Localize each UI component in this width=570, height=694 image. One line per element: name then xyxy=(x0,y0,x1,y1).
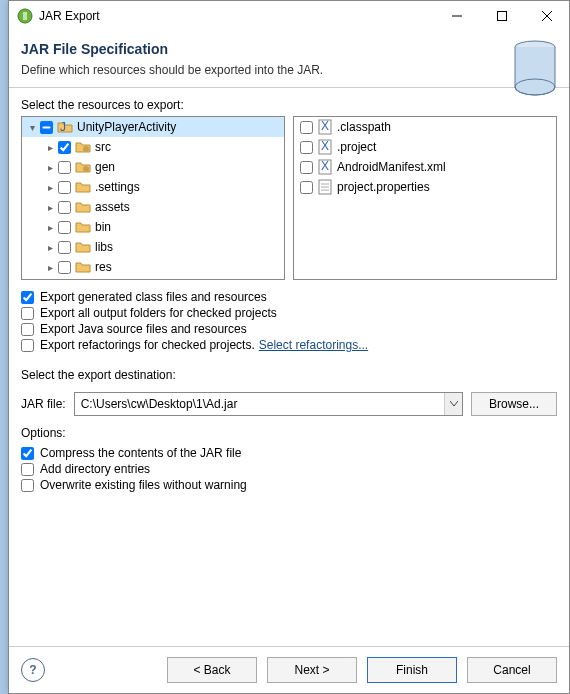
option-checkbox[interactable] xyxy=(21,447,34,460)
expand-arrow-icon[interactable]: ▸ xyxy=(44,202,56,213)
cancel-button[interactable]: Cancel xyxy=(467,657,557,683)
tree-item[interactable]: ▸gen xyxy=(22,157,284,177)
options-group: Compress the contents of the JAR fileAdd… xyxy=(21,444,557,494)
titlebar: JAR Export xyxy=(9,1,569,31)
expand-arrow-icon[interactable]: ▸ xyxy=(44,142,56,153)
tree-item-label: libs xyxy=(95,240,113,254)
export-option-label: Export refactorings for checked projects… xyxy=(40,338,255,352)
project-icon: J xyxy=(57,119,73,135)
footer: ? < Back Next > Finish Cancel xyxy=(9,646,569,693)
option-line: Add directory entries xyxy=(21,462,557,476)
list-checkbox[interactable] xyxy=(300,161,313,174)
xmlfile-icon: X xyxy=(317,119,333,135)
list-item-label: AndroidManifest.xml xyxy=(337,160,446,174)
list-item-label: .classpath xyxy=(337,120,391,134)
tree-checkbox[interactable] xyxy=(58,161,71,174)
export-option-line: Export generated class files and resourc… xyxy=(21,290,557,304)
folder-icon xyxy=(75,219,91,235)
jar-file-label: JAR file: xyxy=(21,397,66,411)
export-option-checkbox[interactable] xyxy=(21,291,34,304)
close-button[interactable] xyxy=(524,1,569,31)
tree-item[interactable]: ▸res xyxy=(22,257,284,277)
svg-rect-1 xyxy=(23,12,27,20)
tree-checkbox[interactable] xyxy=(58,141,71,154)
svg-point-9 xyxy=(83,146,89,152)
expand-arrow-icon[interactable]: ▸ xyxy=(44,242,56,253)
folder-icon xyxy=(75,199,91,215)
list-item-label: project.properties xyxy=(337,180,430,194)
option-checkbox[interactable] xyxy=(21,463,34,476)
back-button[interactable]: < Back xyxy=(167,657,257,683)
file-list[interactable]: X.classpathX.projectXAndroidManifest.xml… xyxy=(293,116,557,280)
tree-item-label: UnityPlayerActivity xyxy=(77,120,176,134)
help-icon[interactable]: ? xyxy=(21,658,45,682)
options-label: Options: xyxy=(21,426,557,440)
list-item[interactable]: project.properties xyxy=(294,177,556,197)
tree-checkbox[interactable] xyxy=(58,241,71,254)
svg-text:X: X xyxy=(321,159,329,173)
export-option-checkbox[interactable] xyxy=(21,323,34,336)
browse-button[interactable]: Browse... xyxy=(471,392,557,416)
svg-text:X: X xyxy=(321,119,329,133)
tree-checkbox[interactable] xyxy=(40,121,53,134)
list-item[interactable]: X.classpath xyxy=(294,117,556,137)
select-refactorings-link[interactable]: Select refactorings... xyxy=(259,338,368,352)
option-label: Add directory entries xyxy=(40,462,150,476)
resources-label: Select the resources to export: xyxy=(21,98,557,112)
window-title: JAR Export xyxy=(39,9,434,23)
tree-checkbox[interactable] xyxy=(58,181,71,194)
tree-item[interactable]: ▸src xyxy=(22,137,284,157)
page-description: Define which resources should be exporte… xyxy=(21,63,557,77)
next-button[interactable]: Next > xyxy=(267,657,357,683)
expand-arrow-icon[interactable]: ▸ xyxy=(44,182,56,193)
svg-rect-3 xyxy=(497,12,506,21)
export-options-group: Export generated class files and resourc… xyxy=(21,288,557,354)
chevron-down-icon[interactable] xyxy=(444,393,462,415)
expand-arrow-icon[interactable]: ▸ xyxy=(44,262,56,273)
export-option-checkbox[interactable] xyxy=(21,339,34,352)
jar-banner-icon xyxy=(507,37,563,99)
tree-checkbox[interactable] xyxy=(58,201,71,214)
list-item[interactable]: X.project xyxy=(294,137,556,157)
list-checkbox[interactable] xyxy=(300,181,313,194)
page-title: JAR File Specification xyxy=(21,41,557,57)
jar-file-combo[interactable] xyxy=(74,392,463,416)
option-line: Overwrite existing files without warning xyxy=(21,478,557,492)
tree-item[interactable]: ▸bin xyxy=(22,217,284,237)
file-icon xyxy=(317,179,333,195)
tree-checkbox[interactable] xyxy=(58,221,71,234)
export-option-line: Export all output folders for checked pr… xyxy=(21,306,557,320)
list-checkbox[interactable] xyxy=(300,141,313,154)
list-item[interactable]: XAndroidManifest.xml xyxy=(294,157,556,177)
header-banner: JAR File Specification Define which reso… xyxy=(9,31,569,88)
expand-arrow-icon[interactable]: ▾ xyxy=(26,122,38,133)
tree-item-label: gen xyxy=(95,160,115,174)
export-option-line: Export Java source files and resources xyxy=(21,322,557,336)
export-option-label: Export Java source files and resources xyxy=(40,322,247,336)
expand-arrow-icon[interactable]: ▸ xyxy=(44,222,56,233)
option-label: Overwrite existing files without warning xyxy=(40,478,247,492)
jar-file-input[interactable] xyxy=(75,393,444,415)
tree-checkbox[interactable] xyxy=(58,261,71,274)
package-icon xyxy=(75,159,91,175)
tree-item[interactable]: ▸assets xyxy=(22,197,284,217)
dialog-window: JAR Export JAR File Specification Define… xyxy=(8,0,570,694)
svg-text:J: J xyxy=(60,120,66,134)
dialog-body: Select the resources to export: ▾JUnityP… xyxy=(9,88,569,646)
export-option-label: Export all output folders for checked pr… xyxy=(40,306,277,320)
export-option-checkbox[interactable] xyxy=(21,307,34,320)
list-item-label: .project xyxy=(337,140,376,154)
package-icon xyxy=(75,139,91,155)
expand-arrow-icon[interactable]: ▸ xyxy=(44,162,56,173)
minimize-button[interactable] xyxy=(434,1,479,31)
tree-item[interactable]: ▸libs xyxy=(22,237,284,257)
tree-item[interactable]: ▸.settings xyxy=(22,177,284,197)
maximize-button[interactable] xyxy=(479,1,524,31)
folder-icon xyxy=(75,179,91,195)
resource-tree[interactable]: ▾JUnityPlayerActivity▸src▸gen▸.settings▸… xyxy=(21,116,285,280)
option-checkbox[interactable] xyxy=(21,479,34,492)
finish-button[interactable]: Finish xyxy=(367,657,457,683)
list-checkbox[interactable] xyxy=(300,121,313,134)
option-label: Compress the contents of the JAR file xyxy=(40,446,241,460)
tree-item[interactable]: ▾JUnityPlayerActivity xyxy=(22,117,284,137)
